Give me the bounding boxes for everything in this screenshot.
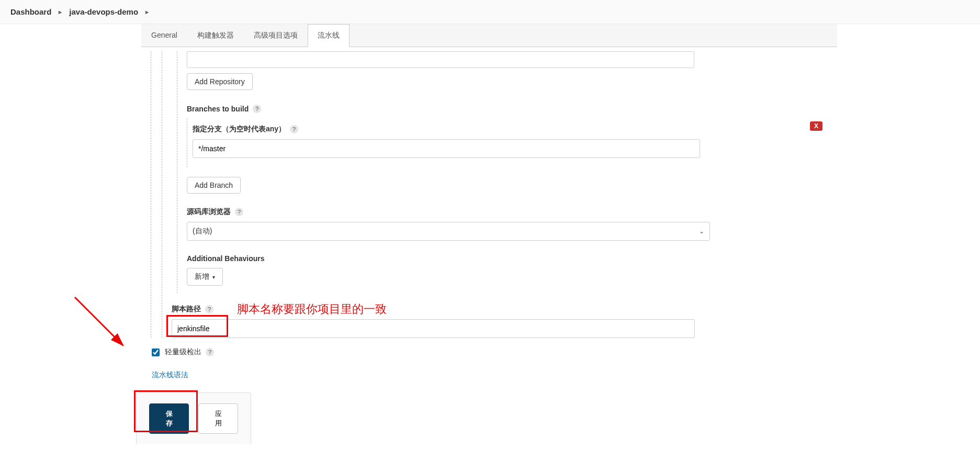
breadcrumb-item-project[interactable]: java-devops-demo — [69, 7, 138, 16]
add-branch-label: Add Branch — [195, 181, 233, 189]
help-icon[interactable]: ? — [235, 208, 243, 216]
pipeline-syntax-link[interactable]: 流水线语法 — [152, 370, 188, 380]
chevron-right-icon: ▸ — [59, 8, 62, 16]
repo-browser-select[interactable]: (自动) ⌄ — [187, 222, 710, 241]
chevron-right-icon: ▸ — [145, 8, 149, 16]
caret-down-icon: ▾ — [212, 274, 215, 280]
script-path-input[interactable] — [172, 319, 695, 338]
add-repository-button[interactable]: Add Repository — [187, 73, 253, 90]
repo-browser-label: 源码库浏览器 ? — [187, 207, 837, 217]
tab-build-triggers[interactable]: 构建触发器 — [187, 24, 244, 47]
add-behaviour-label: 新增 — [195, 272, 209, 282]
add-behaviour-button[interactable]: 新增 ▾ — [187, 268, 223, 286]
delete-branch-button[interactable]: X — [810, 121, 823, 131]
tab-advanced-options[interactable]: 高级项目选项 — [244, 24, 308, 47]
branch-specifier-input[interactable] — [193, 139, 700, 158]
branches-to-build-label: Branches to build ? — [187, 105, 837, 113]
additional-behaviours-label: Additional Behaviours — [187, 254, 837, 263]
apply-button[interactable]: 应用 — [198, 403, 238, 434]
breadcrumb: Dashboard ▸ java-devops-demo ▸ — [0, 0, 980, 24]
save-button[interactable]: 保存 — [149, 403, 189, 434]
lightweight-checkout-row[interactable]: 轻量级检出 ? — [141, 338, 837, 361]
lightweight-checkout-label: 轻量级检出 — [165, 347, 201, 357]
footer-button-bar: 保存 应用 — [136, 392, 251, 444]
chevron-down-icon: ⌄ — [699, 228, 704, 235]
add-repository-label: Add Repository — [195, 77, 245, 86]
credentials-input[interactable] — [187, 51, 694, 68]
tab-pipeline[interactable]: 流水线 — [308, 24, 350, 47]
help-icon[interactable]: ? — [206, 348, 214, 356]
help-icon[interactable]: ? — [205, 305, 213, 313]
branch-specifier-label: 指定分支（为空时代表any） ? — [193, 125, 837, 134]
tab-general[interactable]: General — [141, 24, 187, 47]
config-tabs: General 构建触发器 高级项目选项 流水线 — [141, 24, 837, 47]
script-path-label: 脚本路径 ? — [172, 305, 837, 314]
help-icon[interactable]: ? — [253, 105, 261, 113]
help-icon[interactable]: ? — [290, 125, 298, 133]
lightweight-checkout-checkbox[interactable] — [152, 348, 160, 356]
add-branch-button[interactable]: Add Branch — [187, 177, 241, 194]
repo-browser-selected: (自动) — [193, 227, 212, 236]
breadcrumb-item-dashboard[interactable]: Dashboard — [10, 7, 51, 16]
